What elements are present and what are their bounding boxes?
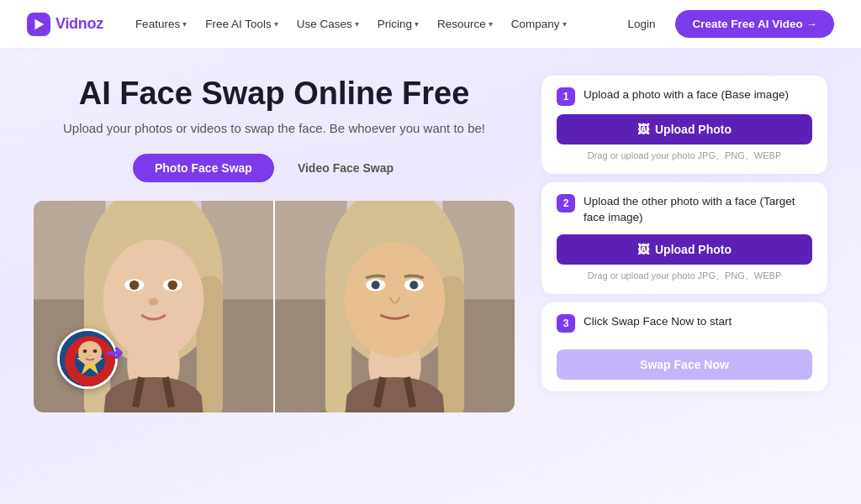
step-2-card: 2 Upload the other photo with a face (Ta… — [541, 182, 827, 294]
upload-icon-2: 🖼 — [637, 243, 649, 256]
demo-image-left: ➜ — [34, 201, 275, 412]
result-image-portrait — [275, 201, 515, 412]
hero-subtitle: Upload your photos or videos to swap the… — [34, 121, 515, 135]
drag-hint-2: Drag or upload your photo JPG、PNG、WEBP — [557, 270, 812, 282]
header: Vidnoz Features ▾ Free AI Tools ▾ Use Ca… — [0, 0, 861, 49]
step-3-description: Click Swap Face Now to start — [584, 314, 732, 330]
tabs-wrapper: Photo Face Swap Video Face Swap — [129, 150, 419, 186]
step-3-header: 3 Click Swap Face Now to start — [557, 314, 812, 333]
svg-point-36 — [409, 281, 418, 289]
step-1-description: Upload a photo with a face (Base image) — [584, 87, 789, 103]
upload-photo-button-2[interactable]: 🖼 Upload Photo — [557, 234, 812, 265]
svg-point-14 — [149, 298, 158, 306]
svg-point-32 — [345, 242, 446, 357]
step-1-card: 1 Upload a photo with a face (Base image… — [541, 76, 827, 174]
svg-point-12 — [129, 280, 139, 289]
svg-point-20 — [78, 341, 102, 365]
step-2-badge: 2 — [557, 194, 575, 213]
nav-resource[interactable]: Resource ▾ — [429, 13, 501, 35]
step-1-header: 1 Upload a photo with a face (Base image… — [557, 87, 812, 106]
chevron-down-icon: ▾ — [415, 19, 419, 29]
tabs-container: Photo Face Swap Video Face Swap — [34, 150, 515, 186]
svg-point-22 — [93, 349, 98, 353]
step-3-card: 3 Click Swap Face Now to start Swap Face… — [541, 302, 827, 391]
drag-hint-1: Drag or upload your photo JPG、PNG、WEBP — [557, 150, 812, 162]
swap-arrow-icon: ➜ — [105, 340, 124, 366]
chevron-down-icon: ▾ — [274, 19, 278, 29]
main-nav: Features ▾ Free AI Tools ▾ Use Cases ▾ P… — [127, 13, 618, 35]
tab-photo-face-swap[interactable]: Photo Face Swap — [133, 154, 274, 182]
step-2-description: Upload the other photo with a face (Targ… — [584, 194, 812, 226]
demo-images: ➜ — [34, 201, 515, 412]
svg-point-23 — [89, 354, 92, 356]
nav-features[interactable]: Features ▾ — [127, 13, 195, 35]
tab-video-face-swap[interactable]: Video Face Swap — [276, 154, 415, 182]
logo-text: Vidnoz — [55, 15, 103, 33]
nav-free-ai-tools[interactable]: Free AI Tools ▾ — [197, 13, 287, 35]
chevron-down-icon: ▾ — [182, 19, 187, 29]
svg-point-21 — [83, 349, 87, 353]
upload-icon-1: 🖼 — [637, 123, 649, 136]
demo-image-right — [275, 201, 515, 412]
chevron-down-icon: ▾ — [489, 19, 493, 29]
nav-use-cases[interactable]: Use Cases ▾ — [288, 13, 367, 35]
chevron-down-icon: ▾ — [355, 19, 359, 29]
main-content: AI Face Swap Online Free Upload your pho… — [0, 49, 861, 412]
step-1-badge: 1 — [557, 87, 575, 106]
step-2-header: 2 Upload the other photo with a face (Ta… — [557, 194, 812, 226]
logo-icon — [27, 13, 50, 36]
login-button[interactable]: Login — [617, 13, 665, 35]
hero-title: AI Face Swap Online Free — [34, 76, 515, 113]
step-3-badge: 3 — [557, 314, 575, 333]
right-section: 1 Upload a photo with a face (Base image… — [541, 76, 827, 412]
create-free-video-button[interactable]: Create Free AI Video → — [675, 10, 834, 38]
swap-face-now-button[interactable]: Swap Face Now — [557, 349, 812, 380]
nav-company[interactable]: Company ▾ — [503, 13, 575, 35]
chevron-down-icon: ▾ — [563, 19, 567, 29]
left-section: AI Face Swap Online Free Upload your pho… — [34, 76, 515, 412]
vidnoz-logo-svg — [31, 17, 46, 32]
header-actions: Login Create Free AI Video → — [617, 10, 834, 38]
upload-photo-button-1[interactable]: 🖼 Upload Photo — [557, 114, 812, 144]
nav-pricing[interactable]: Pricing ▾ — [369, 13, 427, 35]
svg-point-35 — [372, 281, 380, 289]
svg-marker-0 — [35, 18, 45, 29]
logo[interactable]: Vidnoz — [27, 13, 103, 36]
svg-point-13 — [168, 280, 177, 289]
